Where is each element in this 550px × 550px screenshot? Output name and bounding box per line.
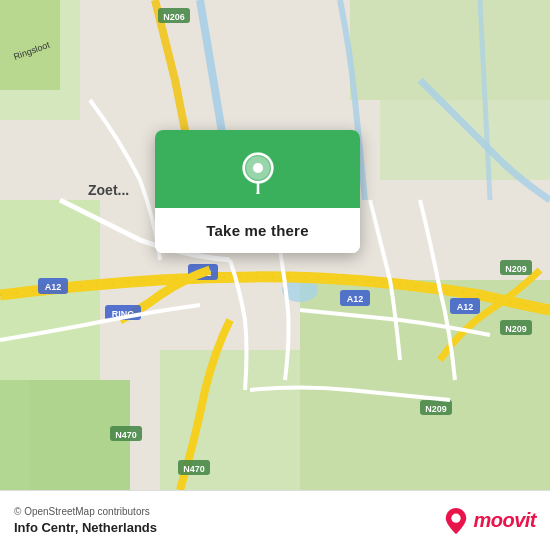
- moovit-logo: moovit: [445, 508, 536, 534]
- svg-text:A12: A12: [45, 282, 62, 292]
- svg-point-41: [452, 513, 461, 522]
- take-me-there-button[interactable]: Take me there: [155, 208, 360, 253]
- popup-green-header: [155, 130, 360, 208]
- moovit-wordmark: moovit: [473, 509, 536, 532]
- svg-rect-6: [350, 0, 550, 100]
- svg-point-39: [252, 163, 262, 173]
- svg-text:N209: N209: [505, 324, 527, 334]
- location-text: Info Centr, Netherlands: [14, 520, 157, 535]
- svg-text:Zoet...: Zoet...: [88, 182, 129, 198]
- popup-card: Take me there: [155, 130, 360, 253]
- svg-text:N209: N209: [425, 404, 447, 414]
- svg-rect-7: [380, 100, 550, 180]
- footer-left: © OpenStreetMap contributors Info Centr,…: [14, 506, 157, 535]
- svg-text:N209: N209: [505, 264, 527, 274]
- svg-text:A12: A12: [457, 302, 474, 312]
- map-container: A12 A12 A12 A12 N206 RING N470 N470 N209…: [0, 0, 550, 490]
- copyright-text: © OpenStreetMap contributors: [14, 506, 157, 517]
- footer: © OpenStreetMap contributors Info Centr,…: [0, 490, 550, 550]
- location-pin-icon: [237, 152, 279, 194]
- moovit-pin-icon: [445, 508, 467, 534]
- svg-rect-8: [300, 280, 550, 490]
- svg-text:N470: N470: [115, 430, 137, 440]
- svg-text:N206: N206: [163, 12, 185, 22]
- svg-text:A12: A12: [347, 294, 364, 304]
- svg-text:N470: N470: [183, 464, 205, 474]
